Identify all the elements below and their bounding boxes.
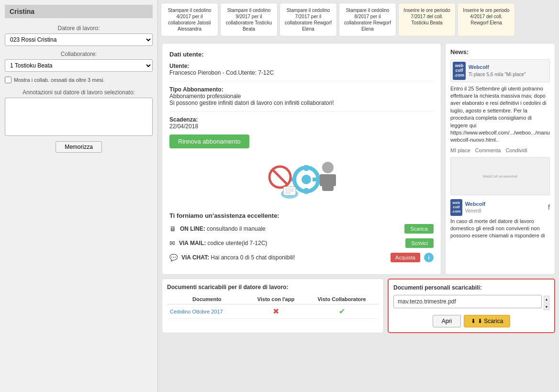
assistenza-online-row: 🖥 ON LINE: consultando il manuale Scaric… xyxy=(169,224,434,234)
col-visto-rapp: Visto con l'app xyxy=(247,294,305,304)
col-documento: Documento xyxy=(167,294,247,304)
scarica-doc-button[interactable]: ⬇ ⬇ Scarica xyxy=(464,315,510,327)
tipo-abbonamento-row: Tipo Abbonamento: Abbonamento profession… xyxy=(169,86,434,106)
webcolf-logo-2: webcolf.com xyxy=(450,199,462,215)
rinnova-button[interactable]: Rinnova abbonamento xyxy=(169,134,249,148)
assistenza-title: Ti forniamo un'assistenza eccellente: xyxy=(169,212,434,219)
news-content[interactable]: web colf .com Webcolf Ti place 5,6 mila … xyxy=(450,59,550,241)
dati-utente-title: Dati utente: xyxy=(169,51,434,58)
illustration xyxy=(169,153,434,207)
doc-personali-section: Documenti personali scaricabili: ▲ ▼ Apr… xyxy=(388,279,555,333)
visto-rapp-icon: ✖ xyxy=(273,307,279,315)
annotazioni-label: Annotazioni sul datore di lavoro selezio… xyxy=(5,89,153,96)
table-row: Cedolino Ottobre 2017 ✖ ✔ xyxy=(167,304,379,319)
svg-rect-8 xyxy=(320,174,324,186)
annotazioni-textarea[interactable] xyxy=(5,98,153,136)
doc-datore-section: Documenti scaricabili per il datore di l… xyxy=(162,279,384,333)
scarica-doc-label: ⬇ Scarica xyxy=(478,318,503,325)
mostra-cessati-label: Mostra i collab. cessati da oltre 3 mesi… xyxy=(14,77,105,83)
utente-label: Utente: xyxy=(169,63,189,69)
collaboratore-label: Collaboratore: xyxy=(5,51,153,57)
news-screenshot: WebColf screenshot xyxy=(450,157,550,195)
memorizza-button[interactable]: Memorizza xyxy=(56,141,102,153)
commenta-action[interactable]: Commenta xyxy=(475,147,501,154)
checkbox-row: Mostra i collab. cessati da oltre 3 mesi… xyxy=(5,77,153,83)
task-card-4[interactable]: Stampare il cedolino 8/2017 per il colla… xyxy=(339,3,396,36)
illustration-svg xyxy=(254,153,349,206)
task-card-3[interactable]: Stampare il cedolino 7/2017 per il colla… xyxy=(280,3,337,36)
tipo-abbonamento-desc: Si possono gestire infiniti datori di la… xyxy=(169,100,334,106)
mail-icon: ✉ xyxy=(169,239,175,247)
apri-button[interactable]: Apri xyxy=(433,315,461,327)
scarica-manuale-button[interactable]: Scarica xyxy=(404,224,434,234)
scadenza-value: 22/04/2018 xyxy=(169,123,198,130)
scrollbar-controls: ▲ ▼ xyxy=(544,296,549,310)
mostra-cessati-checkbox[interactable] xyxy=(5,77,11,83)
cedolino-link[interactable]: Cedolino Ottobre 2017 xyxy=(170,309,223,314)
scroll-down-btn[interactable]: ▼ xyxy=(544,303,549,310)
assistenza-mail-row: ✉ VIA MAIL: codice utente(id 7-12C) Scri… xyxy=(169,238,434,248)
chat-icon: 💬 xyxy=(169,254,178,261)
assistenza-section: Ti forniamo un'assistenza eccellente: 🖥 … xyxy=(169,212,434,262)
scadenza-row: Scadenza: 22/04/2018 xyxy=(169,116,434,130)
svg-point-1 xyxy=(302,175,311,184)
fb-likes: Ti place 5,6 mila "Mi place" xyxy=(469,71,526,78)
col-visto-collab: Visto Collaboratore xyxy=(305,294,379,304)
news-text-1: Entro il 25 Settembre gli utenti potrann… xyxy=(450,85,550,144)
assistenza-chat-text: VIA CHAT: Hai ancora 0 di 5 chat disponi… xyxy=(181,254,387,261)
news-section: News: web colf .com Webcolf Ti place 5 xyxy=(445,43,555,275)
user-name: Cristina xyxy=(10,8,34,15)
doc-personali-actions: Apri ⬇ ⬇ Scarica xyxy=(393,315,549,327)
sidebar: Cristina Datore di lavoro: 023 Rossi Cri… xyxy=(0,0,158,392)
task-card-2[interactable]: Stampare il cedolino 9/2017 per il colla… xyxy=(220,3,278,36)
acquista-chat-button[interactable]: Acquista xyxy=(391,253,420,262)
scadenza-label: Scadenza: xyxy=(169,116,198,123)
assistenza-chat-row: 💬 VIA CHAT: Hai ancora 0 di 5 chat dispo… xyxy=(169,253,434,262)
doc-datore-title: Documenti scaricabili per il datore di l… xyxy=(167,284,379,291)
doc-personali-filename-input[interactable] xyxy=(393,295,542,308)
svg-rect-2 xyxy=(304,165,308,171)
svg-rect-3 xyxy=(304,188,308,194)
mi-place-action[interactable]: MI place xyxy=(450,147,470,154)
visto-collab-icon: ✔ xyxy=(339,307,345,315)
svg-rect-5 xyxy=(313,178,318,181)
task-card-1[interactable]: Stampare il cedolino 4/2017 per il colla… xyxy=(161,3,218,36)
tipo-abbonamento-label: Tipo Abbonamento: xyxy=(169,86,224,93)
online-icon: 🖥 xyxy=(169,225,176,233)
main-content: Stampare il cedolino 4/2017 per il colla… xyxy=(158,0,559,392)
doc-personali-title: Documenti personali scaricabili: xyxy=(393,284,549,291)
datore-select[interactable]: 023 Rossi Cristina xyxy=(5,34,153,46)
task-card-6[interactable]: Inserire le ore periodo 4/2017 del coll.… xyxy=(458,3,515,36)
fb-header-2: webcolf.com Webcolf Venerdì f xyxy=(450,199,550,215)
condividi-action[interactable]: Condividi xyxy=(505,147,527,154)
content-body: Dati utente: Utente: Francesco Pierobon … xyxy=(158,39,559,279)
scrivici-button[interactable]: Scrivici xyxy=(405,238,434,248)
assistenza-online-text: ON LINE: consultando il manuale xyxy=(180,225,401,232)
news-day: Venerdì xyxy=(465,208,486,214)
svg-point-6 xyxy=(322,162,334,173)
scroll-up-btn[interactable]: ▲ xyxy=(544,296,549,302)
news-text-2: In caso di morte del datore di lavoro do… xyxy=(450,218,550,241)
assistenza-mail-text: VIA MAIL: codice utente(id 7-12C) xyxy=(179,240,402,246)
utente-row: Utente: Francesco Pierobon - Cod.Utente:… xyxy=(169,63,434,76)
news-actions: MI place Commenta Condividi xyxy=(450,147,550,154)
user-greeting: Cristina xyxy=(5,5,153,18)
doc-personali-input-wrapper: ▲ ▼ xyxy=(393,295,549,311)
doc-datore-table: Documento Visto con l'app Visto Collabor… xyxy=(167,294,379,319)
tipo-abbonamento-value: Abbonamento professionale xyxy=(169,93,241,100)
news-title: News: xyxy=(450,48,550,56)
collaboratore-select[interactable]: 1 Tostioku Beata xyxy=(5,59,153,72)
fb-name-1: Webcolf xyxy=(469,64,526,71)
webcolf-logo: web colf .com xyxy=(453,62,466,80)
svg-line-11 xyxy=(272,169,288,185)
svg-rect-9 xyxy=(331,174,336,186)
download-icon: ⬇ xyxy=(471,318,476,325)
dati-utente-section: Dati utente: Utente: Francesco Pierobon … xyxy=(162,43,441,275)
bottom-section: Documenti scaricabili per il datore di l… xyxy=(158,279,559,337)
tasks-bar: Stampare il cedolino 4/2017 per il colla… xyxy=(158,0,559,39)
facebook-icon: f xyxy=(548,203,550,213)
chat-info-button[interactable]: i xyxy=(424,253,434,262)
utente-value: Francesco Pierobon - Cod.Utente: 7-12C xyxy=(169,69,274,76)
fb-header-1: web colf .com Webcolf Ti place 5,6 mila … xyxy=(450,59,550,82)
task-card-5[interactable]: Inserire le ore periodo 7/2017 del coll.… xyxy=(398,3,456,36)
